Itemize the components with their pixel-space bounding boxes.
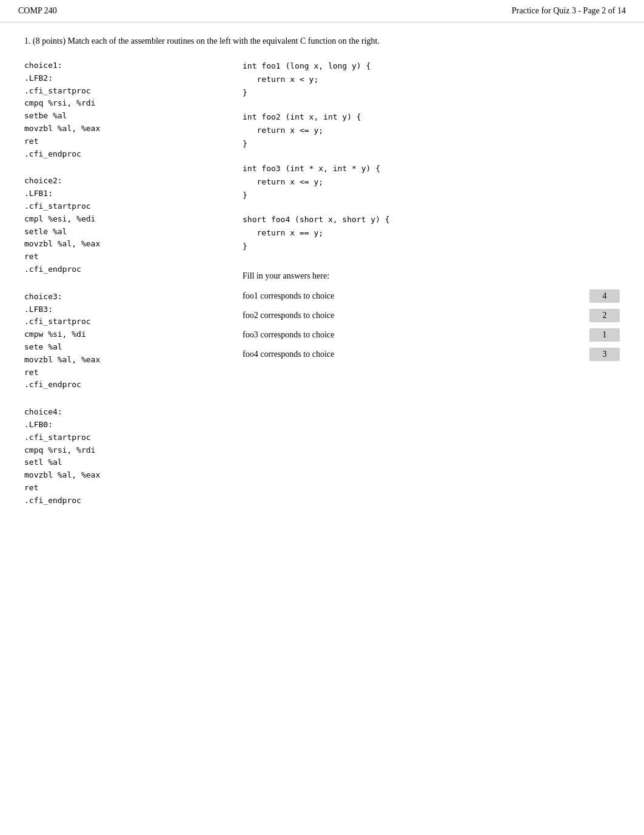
fill-label: Fill in your answers here: — [243, 271, 620, 281]
answer-label-foo2: foo2 corresponds to choice — [243, 311, 585, 320]
choice4-line-5: setl %al — [24, 456, 230, 469]
choice3-line-5: sete %al — [24, 341, 230, 354]
answer-label-foo1: foo1 corresponds to choice — [243, 291, 585, 301]
question-description: Match each of the assembler routines on … — [68, 36, 380, 46]
choice2-line-5: setle %al — [24, 226, 230, 238]
choice3-line-8: .cfi_endproc — [24, 379, 230, 391]
answer-box-foo4: 3 — [589, 348, 620, 361]
foo1-close: } — [243, 86, 620, 100]
answer-value-foo4: 3 — [603, 350, 607, 359]
left-column: choice1: .LFB2: .cfi_startproc cmpq %rsi… — [24, 59, 230, 522]
answer-row-foo2: foo2 corresponds to choice 2 — [243, 309, 620, 322]
foo2-body: return x <= y; — [243, 124, 620, 137]
choice4-line-3: .cfi_startproc — [24, 431, 230, 444]
choice2-line-6: movzbl %al, %eax — [24, 238, 230, 251]
choice3-line-4: cmpw %si, %di — [24, 328, 230, 341]
foo2-signature: int foo2 (int x, int y) { — [243, 110, 620, 124]
choice3-line-1: choice3: — [24, 291, 230, 303]
answer-value-foo3: 1 — [603, 330, 607, 340]
answer-label-foo3: foo3 corresponds to choice — [243, 330, 585, 340]
question-number: 1. — [24, 36, 31, 46]
foo4-code: short foo4 (short x, short y) { return x… — [243, 213, 620, 253]
choice2-line-2: .LFB1: — [24, 188, 230, 200]
choice4-line-1: choice4: — [24, 406, 230, 419]
choice2-line-7: ret — [24, 251, 230, 263]
question-points: (8 points) — [33, 36, 65, 46]
choice3-line-3: .cfi_startproc — [24, 316, 230, 328]
choice3-line-7: ret — [24, 367, 230, 379]
page-info: Practice for Quiz 3 - Page 2 of 14 — [512, 6, 626, 16]
foo2-code: int foo2 (int x, int y) { return x <= y;… — [243, 110, 620, 150]
right-column: int foo1 (long x, long y) { return x < y… — [243, 59, 620, 522]
choice4-line-6: movzbl %al, %eax — [24, 469, 230, 482]
choice3-line-2: .LFB3: — [24, 303, 230, 316]
answer-row-foo4: foo4 corresponds to choice 3 — [243, 348, 620, 361]
content-area: 1. (8 points) Match each of the assemble… — [0, 22, 644, 534]
choice4-block: choice4: .LFB0: .cfi_startproc cmpq %rsi… — [24, 406, 230, 507]
foo3-signature: int foo3 (int * x, int * y) { — [243, 162, 620, 175]
choice2-line-4: cmpl %esi, %edi — [24, 213, 230, 226]
answer-value-foo1: 4 — [603, 291, 607, 301]
choice2-block: choice2: .LFB1: .cfi_startproc cmpl %esi… — [24, 175, 230, 276]
choice1-line-4: cmpq %rsi, %rdi — [24, 97, 230, 110]
choice4-line-8: .cfi_endproc — [24, 495, 230, 507]
answer-value-foo2: 2 — [603, 311, 607, 320]
choice1-line-1: choice1: — [24, 59, 230, 72]
answer-box-foo3: 1 — [589, 328, 620, 342]
answer-row-foo3: foo3 corresponds to choice 1 — [243, 328, 620, 342]
two-column-layout: choice1: .LFB2: .cfi_startproc cmpq %rsi… — [24, 59, 620, 522]
foo4-body: return x == y; — [243, 226, 620, 240]
foo4-signature: short foo4 (short x, short y) { — [243, 213, 620, 226]
choice4-line-2: .LFB0: — [24, 419, 230, 431]
header: COMP 240 Practice for Quiz 3 - Page 2 of… — [0, 0, 644, 22]
choice4-line-7: ret — [24, 482, 230, 495]
answer-row-foo1: foo1 corresponds to choice 4 — [243, 289, 620, 303]
answer-box-foo1: 4 — [589, 289, 620, 303]
foo1-signature: int foo1 (long x, long y) { — [243, 59, 620, 73]
answers-section: Fill in your answers here: foo1 correspo… — [243, 271, 620, 361]
choice1-line-7: ret — [24, 135, 230, 148]
choice2-line-1: choice2: — [24, 175, 230, 188]
choice1-block: choice1: .LFB2: .cfi_startproc cmpq %rsi… — [24, 59, 230, 160]
foo4-close: } — [243, 240, 620, 253]
choice2-line-3: .cfi_startproc — [24, 200, 230, 213]
course-title: COMP 240 — [18, 6, 57, 16]
foo2-close: } — [243, 137, 620, 150]
answer-box-foo2: 2 — [589, 309, 620, 322]
choice3-line-6: movzbl %al, %eax — [24, 354, 230, 367]
choice4-line-4: cmpq %rsi, %rdi — [24, 444, 230, 457]
foo3-code: int foo3 (int * x, int * y) { return x <… — [243, 162, 620, 202]
choice1-line-2: .LFB2: — [24, 72, 230, 85]
choice1-line-3: .cfi_startproc — [24, 85, 230, 98]
foo3-close: } — [243, 189, 620, 202]
page-container: COMP 240 Practice for Quiz 3 - Page 2 of… — [0, 0, 644, 835]
foo3-body: return x <= y; — [243, 175, 620, 189]
question-intro: 1. (8 points) Match each of the assemble… — [24, 35, 620, 47]
choice3-block: choice3: .LFB3: .cfi_startproc cmpw %si,… — [24, 291, 230, 391]
choice2-line-8: .cfi_endproc — [24, 263, 230, 276]
choice1-line-6: movzbl %al, %eax — [24, 123, 230, 135]
foo1-body: return x < y; — [243, 73, 620, 86]
foo1-code: int foo1 (long x, long y) { return x < y… — [243, 59, 620, 100]
choice1-line-5: setbe %al — [24, 110, 230, 123]
answer-label-foo4: foo4 corresponds to choice — [243, 350, 585, 359]
choice1-line-8: .cfi_endproc — [24, 148, 230, 161]
